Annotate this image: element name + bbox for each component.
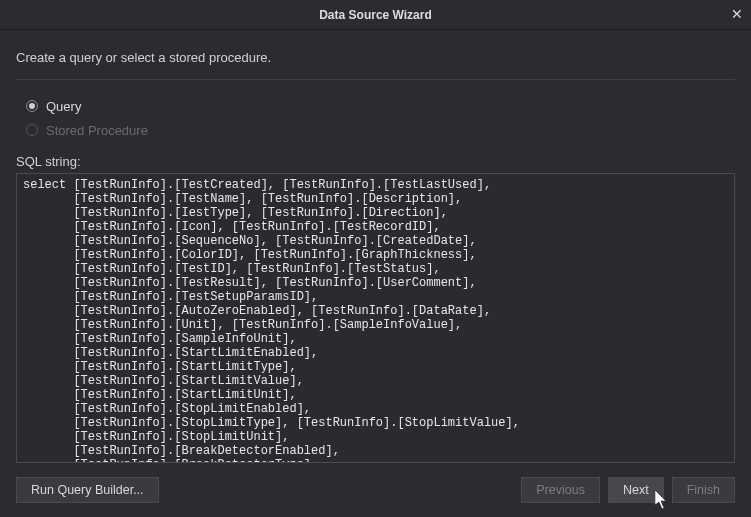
finish-button[interactable]: Finish: [672, 477, 735, 503]
previous-button[interactable]: Previous: [521, 477, 600, 503]
window-title: Data Source Wizard: [319, 8, 432, 22]
divider: [16, 79, 735, 80]
next-button[interactable]: Next: [608, 477, 664, 503]
titlebar: Data Source Wizard ✕: [0, 0, 751, 30]
radio-stored-procedure-label: Stored Procedure: [46, 123, 148, 138]
radio-stored-procedure[interactable]: Stored Procedure: [26, 118, 735, 142]
wizard-window: Data Source Wizard ✕ Create a query or s…: [0, 0, 751, 517]
sql-string-input[interactable]: select [TestRunInfo].[TestCreated], [Tes…: [16, 173, 735, 463]
radio-query-label: Query: [46, 99, 81, 114]
intro-text: Create a query or select a stored proced…: [16, 50, 735, 65]
radio-icon: [26, 100, 38, 112]
sql-string-label: SQL string:: [16, 154, 735, 169]
content-area: Create a query or select a stored proced…: [0, 30, 751, 463]
radio-icon: [26, 124, 38, 136]
radio-group: Query Stored Procedure: [26, 94, 735, 142]
radio-query[interactable]: Query: [26, 94, 735, 118]
footer: Run Query Builder... Previous Next Finis…: [0, 463, 751, 517]
run-query-builder-button[interactable]: Run Query Builder...: [16, 477, 159, 503]
close-icon[interactable]: ✕: [731, 6, 743, 22]
